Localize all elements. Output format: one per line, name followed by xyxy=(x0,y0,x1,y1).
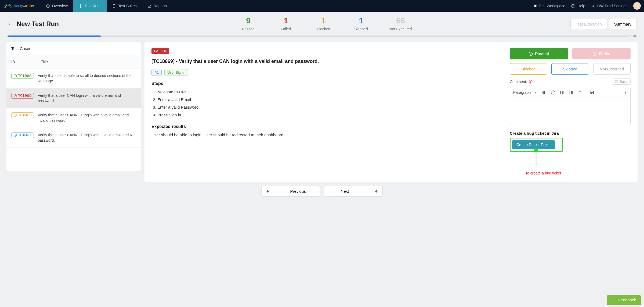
pager: Previous Next xyxy=(0,183,644,200)
gear-icon xyxy=(591,4,595,8)
test-case-title: Verify that user is able to scroll to de… xyxy=(38,73,136,84)
svg-point-23 xyxy=(591,92,592,92)
mark-passed-button[interactable]: Passed xyxy=(510,48,568,59)
nav-tab-test-suites[interactable]: Test Suites xyxy=(107,0,142,12)
view-btn-summary[interactable]: Summary xyxy=(609,19,636,29)
bold-button[interactable]: B xyxy=(539,87,548,98)
svg-point-17 xyxy=(560,92,561,93)
svg-point-24 xyxy=(625,91,626,91)
stat-notexec: 66 Not Executed xyxy=(389,17,412,31)
stat-blocked: 1 Blocked xyxy=(314,17,333,31)
annotation-text: To create a bug ticket xyxy=(525,171,631,175)
progress-fill xyxy=(8,35,101,37)
settings-link[interactable]: QW Prod Settings xyxy=(591,4,627,8)
col-title: Title xyxy=(41,60,48,64)
save-comment-button[interactable]: Save xyxy=(612,78,631,85)
more-button[interactable] xyxy=(621,87,630,98)
nav-tab-label: Overview xyxy=(52,4,68,8)
progress-bar xyxy=(8,35,628,37)
quote-button[interactable]: “ xyxy=(576,87,585,98)
nav-tabs: Overview Test Runs Test Suites Reports xyxy=(41,0,172,12)
gear-icon xyxy=(78,4,82,8)
nav-tab-label: Test Runs xyxy=(85,4,101,8)
svg-point-7 xyxy=(14,74,17,77)
next-button[interactable]: Next xyxy=(324,186,383,197)
image-icon xyxy=(590,90,594,95)
nav-tab-test-runs[interactable]: Test Runs xyxy=(73,0,107,12)
stat-label: Not Executed xyxy=(389,27,412,31)
nav-tab-reports[interactable]: Reports xyxy=(142,0,172,12)
comment-head: Comment: Save xyxy=(510,78,631,85)
step-item: Enter a valid Email. xyxy=(157,96,499,104)
svg-point-10 xyxy=(15,116,16,116)
test-case-row[interactable]: TC18668 Verify that user is able to scro… xyxy=(6,69,141,88)
format-select[interactable]: Paragraph xyxy=(510,87,539,98)
stat-label: Skipped xyxy=(352,27,371,31)
test-case-id: TC18670 xyxy=(18,113,31,117)
stat-value: 1 xyxy=(277,17,295,25)
top-nav: qualitywatcher Overview Test Runs Test S… xyxy=(0,0,644,12)
test-case-row[interactable]: TC18671 Verify that a user CANNOT login … xyxy=(6,128,141,148)
comment-label: Comment: xyxy=(510,80,533,84)
jira-heading: Create a bug ticket in Jira xyxy=(510,131,631,135)
settings-label: QW Prod Settings xyxy=(597,4,627,8)
nav-tab-label: Test Suites xyxy=(118,4,136,8)
image-button[interactable] xyxy=(587,87,596,98)
mark-notexec-button[interactable]: Not Executed xyxy=(593,63,631,75)
numbered-list-icon: 123 xyxy=(569,90,573,95)
x-circle-icon xyxy=(592,52,597,56)
svg-point-25 xyxy=(625,92,626,92)
progress: 15% xyxy=(0,33,644,38)
logo-icon xyxy=(3,3,12,9)
svg-point-16 xyxy=(560,91,561,92)
svg-rect-22 xyxy=(590,91,594,94)
workspace-selector[interactable]: Test Workspace xyxy=(534,4,565,8)
svg-point-18 xyxy=(560,93,561,94)
link-button[interactable] xyxy=(548,87,558,98)
alert-circle-icon xyxy=(14,114,17,117)
tag-chip: User Signin xyxy=(164,69,188,76)
format-select-wrap[interactable]: Paragraph xyxy=(510,87,539,98)
page-title: New Test Run xyxy=(17,20,59,28)
step-item: Navigate to URL. xyxy=(157,88,499,96)
stat-label: Failed xyxy=(277,27,295,31)
help-label: Help xyxy=(577,4,585,8)
stat-failed: 1 Failed xyxy=(277,17,295,31)
pie-icon xyxy=(46,4,50,8)
test-case-id: TC18671 xyxy=(18,133,31,137)
status-badge: FAILED xyxy=(151,48,169,54)
detail-title: [TC18669] - Verify that a user CAN login… xyxy=(151,58,499,65)
test-case-row[interactable]: TC18669 Verify that a user CAN login wit… xyxy=(6,88,141,108)
nav-tab-label: Reports xyxy=(154,4,167,8)
action-row-secondary: Blocked Skipped Not Executed xyxy=(510,63,631,75)
step-item: Press Sign in. xyxy=(157,111,499,119)
chart-icon xyxy=(147,4,151,8)
logo[interactable]: qualitywatcher xyxy=(3,3,34,9)
detail-right: Passed Failed Blocked Skipped Not Execut… xyxy=(510,48,631,175)
comment-textarea[interactable] xyxy=(510,98,630,125)
test-case-title: Verify that a user CAN login with a vali… xyxy=(38,93,136,104)
view-switch: Test Execution Summary xyxy=(570,19,636,29)
help-icon xyxy=(571,4,575,8)
svg-text:3: 3 xyxy=(569,93,570,94)
back-arrow-icon[interactable] xyxy=(8,21,13,27)
stat-value: 66 xyxy=(389,17,412,25)
svg-point-1 xyxy=(80,5,81,6)
test-case-id: TC18668 xyxy=(18,74,31,78)
help-link[interactable]: Help xyxy=(571,4,585,8)
comment-editor: Paragraph B 123 “ xyxy=(510,87,631,125)
mark-blocked-button[interactable]: Blocked xyxy=(510,63,547,75)
bullet-list-button[interactable] xyxy=(558,87,567,98)
nav-right: Test Workspace Help QW Prod Settings T xyxy=(534,0,641,12)
mark-skipped-button[interactable]: Skipped xyxy=(551,63,589,75)
previous-button[interactable]: Previous xyxy=(261,186,320,197)
avatar[interactable]: T xyxy=(633,2,641,10)
detail-left: FAILED [TC18669] - Verify that a user CA… xyxy=(151,48,499,175)
test-case-row[interactable]: TC18670 Verify that a user CANNOT login … xyxy=(6,108,141,128)
mark-failed-button[interactable]: Failed xyxy=(572,48,631,59)
test-case-title: Verify that a user CANNOT login with a v… xyxy=(38,132,136,143)
view-btn-execution[interactable]: Test Execution xyxy=(570,19,607,29)
numbered-list-button[interactable]: 123 xyxy=(567,87,576,98)
arrow-right-icon xyxy=(374,189,378,194)
nav-tab-overview[interactable]: Overview xyxy=(41,0,73,12)
